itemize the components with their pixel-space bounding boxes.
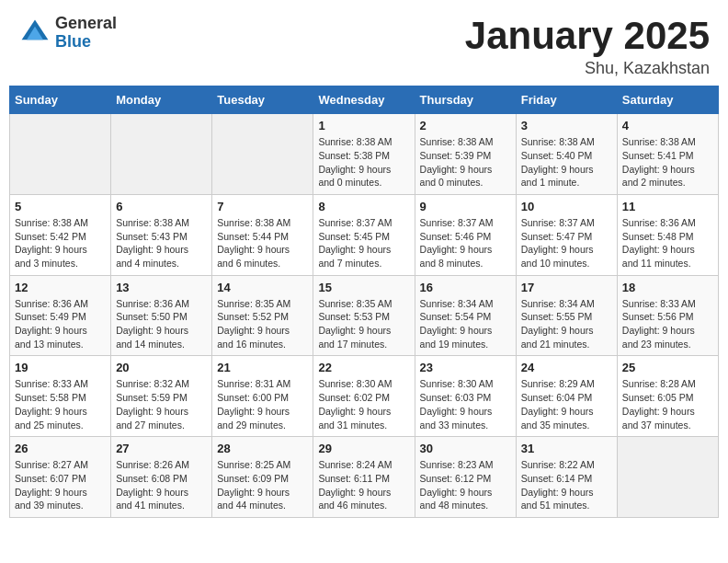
day-number: 4 bbox=[622, 119, 713, 132]
day-info: Sunrise: 8:36 AMSunset: 5:49 PMDaylight:… bbox=[15, 297, 106, 351]
day-number: 19 bbox=[15, 361, 106, 374]
month-title: January 2025 bbox=[465, 15, 710, 57]
day-number: 31 bbox=[521, 442, 612, 455]
day-info: Sunrise: 8:37 AMSunset: 5:46 PMDaylight:… bbox=[420, 216, 511, 270]
day-info: Sunrise: 8:36 AMSunset: 5:48 PMDaylight:… bbox=[622, 216, 713, 270]
day-info: Sunrise: 8:36 AMSunset: 5:50 PMDaylight:… bbox=[116, 297, 207, 351]
day-number: 12 bbox=[15, 281, 106, 294]
day-of-week-header: Monday bbox=[111, 86, 212, 114]
day-number: 8 bbox=[318, 200, 409, 213]
location: Shu, Kazakhstan bbox=[465, 59, 710, 78]
day-of-week-header: Tuesday bbox=[212, 86, 313, 114]
day-info: Sunrise: 8:30 AMSunset: 6:02 PMDaylight:… bbox=[318, 377, 409, 431]
day-number: 5 bbox=[15, 200, 106, 213]
day-number: 22 bbox=[318, 361, 409, 374]
calendar-week-row: 12Sunrise: 8:36 AMSunset: 5:49 PMDayligh… bbox=[10, 275, 719, 356]
calendar-day-cell: 31Sunrise: 8:22 AMSunset: 6:14 PMDayligh… bbox=[516, 437, 617, 518]
logo-text: General Blue bbox=[55, 15, 117, 52]
calendar-day-cell: 15Sunrise: 8:35 AMSunset: 5:53 PMDayligh… bbox=[313, 275, 415, 356]
day-of-week-header: Wednesday bbox=[313, 86, 415, 114]
calendar-table: SundayMondayTuesdayWednesdayThursdayFrid… bbox=[9, 86, 719, 518]
day-number: 30 bbox=[420, 442, 511, 455]
calendar-week-row: 1Sunrise: 8:38 AMSunset: 5:38 PMDaylight… bbox=[10, 114, 719, 195]
day-info: Sunrise: 8:24 AMSunset: 6:11 PMDaylight:… bbox=[318, 458, 409, 512]
day-info: Sunrise: 8:37 AMSunset: 5:45 PMDaylight:… bbox=[318, 216, 409, 270]
day-info: Sunrise: 8:32 AMSunset: 5:59 PMDaylight:… bbox=[116, 377, 207, 431]
day-info: Sunrise: 8:33 AMSunset: 5:56 PMDaylight:… bbox=[622, 297, 713, 351]
calendar-day-cell: 16Sunrise: 8:34 AMSunset: 5:54 PMDayligh… bbox=[415, 275, 516, 356]
calendar-day-cell: 20Sunrise: 8:32 AMSunset: 5:59 PMDayligh… bbox=[111, 356, 212, 437]
day-number: 28 bbox=[217, 442, 308, 455]
day-info: Sunrise: 8:31 AMSunset: 6:00 PMDaylight:… bbox=[217, 377, 308, 431]
calendar-day-cell: 2Sunrise: 8:38 AMSunset: 5:39 PMDaylight… bbox=[415, 114, 516, 195]
day-info: Sunrise: 8:28 AMSunset: 6:05 PMDaylight:… bbox=[622, 377, 713, 431]
calendar-week-row: 19Sunrise: 8:33 AMSunset: 5:58 PMDayligh… bbox=[10, 356, 719, 437]
day-info: Sunrise: 8:38 AMSunset: 5:41 PMDaylight:… bbox=[622, 135, 713, 190]
day-number: 10 bbox=[521, 200, 612, 213]
logo: General Blue bbox=[18, 15, 117, 52]
calendar-day-cell: 28Sunrise: 8:25 AMSunset: 6:09 PMDayligh… bbox=[212, 437, 313, 518]
calendar-day-cell: 30Sunrise: 8:23 AMSunset: 6:12 PMDayligh… bbox=[415, 437, 516, 518]
calendar-day-cell: 10Sunrise: 8:37 AMSunset: 5:47 PMDayligh… bbox=[516, 194, 617, 275]
day-number: 17 bbox=[521, 281, 612, 294]
day-of-week-header: Saturday bbox=[617, 86, 718, 114]
title-block: January 2025 Shu, Kazakhstan bbox=[465, 15, 710, 78]
day-info: Sunrise: 8:30 AMSunset: 6:03 PMDaylight:… bbox=[420, 377, 511, 431]
calendar-day-cell: 19Sunrise: 8:33 AMSunset: 5:58 PMDayligh… bbox=[10, 356, 111, 437]
calendar-day-cell: 17Sunrise: 8:34 AMSunset: 5:55 PMDayligh… bbox=[516, 275, 617, 356]
day-number: 21 bbox=[217, 361, 308, 374]
calendar-day-cell: 22Sunrise: 8:30 AMSunset: 6:02 PMDayligh… bbox=[313, 356, 415, 437]
logo-blue-text: Blue bbox=[55, 33, 117, 52]
calendar-day-cell: 25Sunrise: 8:28 AMSunset: 6:05 PMDayligh… bbox=[617, 356, 718, 437]
day-info: Sunrise: 8:29 AMSunset: 6:04 PMDaylight:… bbox=[521, 377, 612, 431]
day-info: Sunrise: 8:38 AMSunset: 5:38 PMDaylight:… bbox=[318, 135, 409, 190]
calendar-day-cell: 18Sunrise: 8:33 AMSunset: 5:56 PMDayligh… bbox=[617, 275, 718, 356]
header: General Blue January 2025 Shu, Kazakhsta… bbox=[0, 0, 728, 86]
day-number: 20 bbox=[116, 361, 207, 374]
day-info: Sunrise: 8:38 AMSunset: 5:39 PMDaylight:… bbox=[420, 135, 511, 190]
day-info: Sunrise: 8:38 AMSunset: 5:43 PMDaylight:… bbox=[116, 216, 207, 270]
day-number: 11 bbox=[622, 200, 713, 213]
day-number: 2 bbox=[420, 119, 511, 132]
calendar-day-cell: 6Sunrise: 8:38 AMSunset: 5:43 PMDaylight… bbox=[111, 194, 212, 275]
day-number: 24 bbox=[521, 361, 612, 374]
day-info: Sunrise: 8:38 AMSunset: 5:44 PMDaylight:… bbox=[217, 216, 308, 270]
calendar-day-cell: 5Sunrise: 8:38 AMSunset: 5:42 PMDaylight… bbox=[10, 194, 111, 275]
day-number: 3 bbox=[521, 119, 612, 132]
calendar-header-row: SundayMondayTuesdayWednesdayThursdayFrid… bbox=[10, 86, 719, 114]
day-info: Sunrise: 8:25 AMSunset: 6:09 PMDaylight:… bbox=[217, 458, 308, 512]
day-of-week-header: Thursday bbox=[415, 86, 516, 114]
day-info: Sunrise: 8:22 AMSunset: 6:14 PMDaylight:… bbox=[521, 458, 612, 512]
day-of-week-header: Sunday bbox=[10, 86, 111, 114]
calendar-day-cell bbox=[617, 437, 718, 518]
calendar-day-cell: 21Sunrise: 8:31 AMSunset: 6:00 PMDayligh… bbox=[212, 356, 313, 437]
calendar-day-cell bbox=[111, 114, 212, 195]
calendar-day-cell: 24Sunrise: 8:29 AMSunset: 6:04 PMDayligh… bbox=[516, 356, 617, 437]
day-number: 14 bbox=[217, 281, 308, 294]
day-number: 23 bbox=[420, 361, 511, 374]
calendar-day-cell bbox=[212, 114, 313, 195]
day-number: 16 bbox=[420, 281, 511, 294]
day-info: Sunrise: 8:27 AMSunset: 6:07 PMDaylight:… bbox=[15, 458, 106, 512]
calendar-day-cell: 14Sunrise: 8:35 AMSunset: 5:52 PMDayligh… bbox=[212, 275, 313, 356]
calendar-week-row: 5Sunrise: 8:38 AMSunset: 5:42 PMDaylight… bbox=[10, 194, 719, 275]
day-number: 26 bbox=[15, 442, 106, 455]
logo-icon bbox=[18, 17, 51, 50]
day-info: Sunrise: 8:34 AMSunset: 5:54 PMDaylight:… bbox=[420, 297, 511, 351]
day-number: 25 bbox=[622, 361, 713, 374]
calendar-day-cell bbox=[10, 114, 111, 195]
calendar-week-row: 26Sunrise: 8:27 AMSunset: 6:07 PMDayligh… bbox=[10, 437, 719, 518]
calendar-day-cell: 3Sunrise: 8:38 AMSunset: 5:40 PMDaylight… bbox=[516, 114, 617, 195]
day-number: 18 bbox=[622, 281, 713, 294]
calendar-day-cell: 26Sunrise: 8:27 AMSunset: 6:07 PMDayligh… bbox=[10, 437, 111, 518]
calendar-day-cell: 27Sunrise: 8:26 AMSunset: 6:08 PMDayligh… bbox=[111, 437, 212, 518]
calendar-day-cell: 4Sunrise: 8:38 AMSunset: 5:41 PMDaylight… bbox=[617, 114, 718, 195]
day-number: 29 bbox=[318, 442, 409, 455]
calendar-day-cell: 12Sunrise: 8:36 AMSunset: 5:49 PMDayligh… bbox=[10, 275, 111, 356]
day-info: Sunrise: 8:35 AMSunset: 5:53 PMDaylight:… bbox=[318, 297, 409, 351]
day-info: Sunrise: 8:37 AMSunset: 5:47 PMDaylight:… bbox=[521, 216, 612, 270]
calendar-day-cell: 11Sunrise: 8:36 AMSunset: 5:48 PMDayligh… bbox=[617, 194, 718, 275]
day-info: Sunrise: 8:34 AMSunset: 5:55 PMDaylight:… bbox=[521, 297, 612, 351]
calendar-day-cell: 9Sunrise: 8:37 AMSunset: 5:46 PMDaylight… bbox=[415, 194, 516, 275]
day-info: Sunrise: 8:33 AMSunset: 5:58 PMDaylight:… bbox=[15, 377, 106, 431]
